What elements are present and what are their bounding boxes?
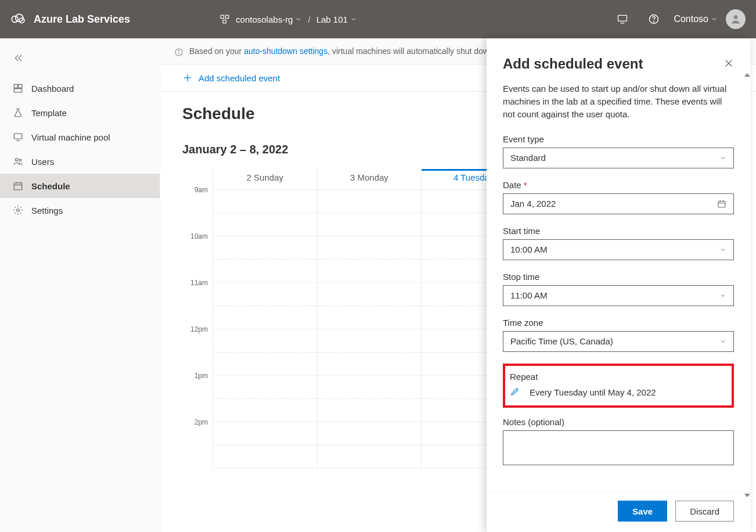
svg-rect-14 — [14, 134, 22, 139]
edit-repeat-button[interactable] — [510, 386, 520, 398]
svg-rect-6 — [618, 15, 627, 21]
breadcrumb-rg[interactable]: contosolabs-rg — [236, 15, 302, 24]
time-label: 12pm — [182, 325, 213, 372]
calendar-slot[interactable] — [213, 329, 317, 353]
scroll-up-icon — [744, 73, 750, 77]
account-dropdown[interactable]: Contoso — [674, 14, 718, 24]
calendar-slot[interactable] — [318, 190, 422, 213]
calendar-slot[interactable] — [318, 399, 422, 422]
screen-icon-button[interactable] — [611, 8, 634, 31]
calendar-slot[interactable] — [213, 422, 317, 445]
info-link[interactable]: auto-shutdown settings — [244, 46, 327, 56]
calendar-slot[interactable] — [213, 236, 317, 260]
calendar-slot[interactable] — [318, 213, 422, 236]
time-label: 11am — [182, 279, 213, 325]
svg-rect-30 — [718, 201, 725, 207]
sidebar-item-label: Virtual machine pool — [31, 132, 110, 142]
calendar-slot[interactable] — [213, 306, 317, 329]
avatar[interactable] — [726, 9, 746, 29]
plus-icon — [182, 73, 193, 83]
calendar-slot[interactable] — [318, 283, 422, 306]
dashboard-icon — [13, 83, 23, 94]
calendar-day-column[interactable]: 3 Monday — [317, 169, 422, 469]
discard-button[interactable]: Discard — [675, 501, 734, 522]
calendar-slot[interactable] — [213, 283, 317, 306]
gear-icon — [13, 205, 23, 215]
sidebar-item-label: Settings — [31, 206, 63, 215]
sidebar-item-vm-pool[interactable]: Virtual machine pool — [0, 125, 160, 149]
svg-point-22 — [17, 209, 20, 212]
chevron-down-icon — [719, 246, 726, 253]
calendar-slot[interactable] — [213, 213, 317, 236]
breadcrumb-lab-label: Lab 101 — [316, 15, 348, 24]
start-time-label: Start time — [503, 226, 540, 236]
svg-point-10 — [734, 15, 738, 19]
breadcrumb-lab[interactable]: Lab 101 — [316, 15, 357, 24]
sidebar-collapse-button[interactable] — [0, 50, 160, 76]
svg-point-17 — [19, 159, 21, 161]
app-header: Azure Lab Services contosolabs-rg / Lab … — [0, 0, 756, 38]
date-input[interactable]: Jan 4, 2022 — [503, 193, 734, 214]
breadcrumb-separator: / — [308, 15, 310, 24]
calendar-slot[interactable] — [318, 376, 422, 399]
calendar-slot[interactable] — [213, 445, 317, 469]
svg-rect-13 — [14, 89, 22, 92]
chevron-down-icon — [350, 16, 357, 23]
calendar-day-header: 2 Sunday — [213, 169, 317, 190]
svg-rect-11 — [14, 84, 17, 88]
calendar-slot[interactable] — [318, 260, 422, 283]
close-button[interactable] — [723, 58, 734, 70]
person-icon — [730, 13, 741, 25]
chevron-down-icon — [719, 338, 726, 345]
calendar-slot[interactable] — [318, 329, 422, 353]
app-name: Azure Lab Services — [34, 13, 130, 26]
calendar-icon — [717, 199, 726, 209]
required-asterisk: * — [524, 180, 527, 190]
calendar-slot[interactable] — [213, 190, 317, 213]
notes-label: Notes (optional) — [503, 417, 564, 427]
time-zone-select[interactable]: Pacific Time (US, Canada) — [503, 331, 734, 352]
time-zone-value: Pacific Time (US, Canada) — [510, 336, 719, 346]
calendar-slot[interactable] — [213, 260, 317, 283]
add-event-button[interactable]: Add scheduled event — [182, 73, 280, 83]
start-time-select[interactable]: 10:00 AM — [503, 239, 734, 260]
help-icon-button[interactable] — [642, 8, 665, 31]
repeat-highlight-box: Repeat Every Tuesday until May 4, 2022 — [503, 364, 734, 408]
stop-time-label: Stop time — [503, 272, 539, 282]
calendar-slot[interactable] — [213, 399, 317, 422]
sidebar-item-users[interactable]: Users — [0, 149, 160, 174]
sidebar-item-schedule[interactable]: Schedule — [0, 174, 160, 198]
svg-rect-12 — [19, 84, 22, 88]
sidebar-item-label: Users — [31, 157, 54, 167]
event-type-select[interactable]: Standard — [503, 148, 734, 168]
chevron-down-icon — [295, 16, 302, 23]
event-type-label: Event type — [503, 134, 544, 144]
calendar-slot[interactable] — [318, 236, 422, 260]
save-button[interactable]: Save — [618, 501, 667, 522]
sidebar-item-settings[interactable]: Settings — [0, 198, 160, 222]
calendar-slot[interactable] — [213, 376, 317, 399]
time-zone-label: Time zone — [503, 318, 543, 328]
calendar-slot[interactable] — [318, 445, 422, 469]
people-icon — [13, 156, 23, 167]
help-icon — [648, 13, 660, 25]
main-area: Based on your auto-shutdown settings, vi… — [160, 38, 756, 532]
add-event-label: Add scheduled event — [199, 73, 280, 83]
calendar-slot[interactable] — [213, 353, 317, 376]
stop-time-select[interactable]: 11:00 AM — [503, 285, 734, 306]
monitor-icon — [13, 132, 23, 142]
notes-textarea[interactable] — [503, 430, 734, 465]
time-label: 1pm — [182, 372, 213, 418]
panel-title: Add scheduled event — [503, 56, 643, 72]
calendar-slot[interactable] — [318, 306, 422, 329]
calendar-day-column[interactable]: 2 Sunday — [213, 169, 317, 469]
sidebar-item-dashboard[interactable]: Dashboard — [0, 76, 160, 100]
calendar-slot[interactable] — [318, 422, 422, 445]
svg-rect-3 — [221, 15, 224, 18]
calendar-icon — [13, 181, 23, 191]
chevron-down-icon — [711, 16, 718, 23]
sidebar-item-template[interactable]: Template — [0, 100, 160, 125]
svg-rect-5 — [223, 20, 226, 23]
panel-scrollbar[interactable] — [744, 73, 750, 497]
calendar-slot[interactable] — [318, 353, 422, 376]
